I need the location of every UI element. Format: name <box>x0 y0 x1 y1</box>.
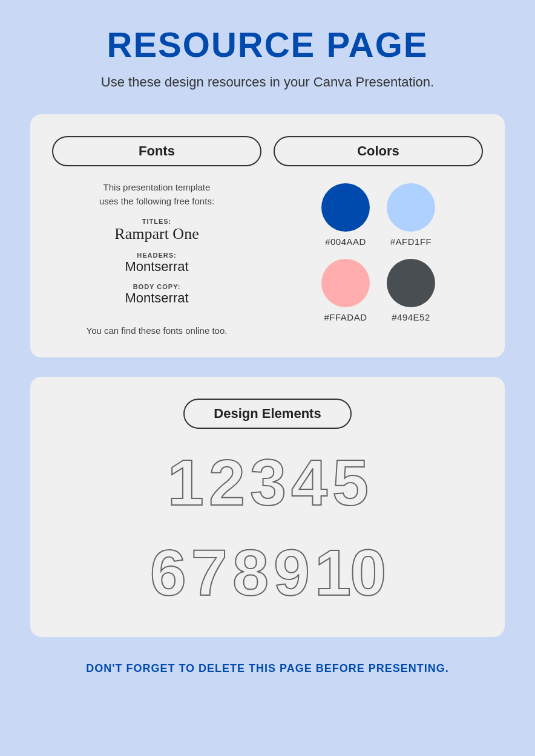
footer-text: DON'T FORGET TO DELETE THIS PAGE BEFORE … <box>86 662 449 675</box>
number-1: 1 <box>168 447 203 519</box>
font-label-headers: HEADERS: <box>125 252 188 259</box>
color-item-3: #494E52 <box>387 259 435 322</box>
colors-grid: #004AAD #AFD1FF #FFADAD #494E52 <box>321 183 435 322</box>
font-name-body: Montserrat <box>125 290 188 306</box>
number-2: 2 <box>209 447 244 519</box>
font-item-titles: TITLES: Rampart One <box>114 218 199 243</box>
page-title: RESOURCE PAGE <box>107 24 428 65</box>
fonts-footer: You can find these fonts online too. <box>87 325 228 336</box>
number-3: 3 <box>250 447 285 519</box>
number-8: 8 <box>232 537 268 609</box>
page-subtitle: Use these design resources in your Canva… <box>101 74 434 90</box>
font-name-titles: Rampart One <box>114 225 199 243</box>
fonts-section: Fonts This presentation template uses th… <box>52 136 261 336</box>
numbers-row-2: 6 7 8 9 10 <box>52 537 483 609</box>
number-9: 9 <box>274 537 309 609</box>
design-elements-label: Design Elements <box>183 399 351 429</box>
color-item-2: #FFADAD <box>321 259 370 322</box>
color-circle-2 <box>321 259 370 307</box>
page-container: RESOURCE PAGE Use these design resources… <box>0 0 535 756</box>
number-5: 5 <box>332 447 367 519</box>
font-label-body: BODY COPY: <box>125 283 188 290</box>
design-elements-card: Design Elements 1 2 3 4 5 6 7 8 9 10 <box>30 377 505 637</box>
font-item-headers: HEADERS: Montserrat <box>125 252 188 275</box>
colors-section: Colors #004AAD #AFD1FF #FFADAD <box>274 136 483 336</box>
fonts-label: Fonts <box>52 136 261 166</box>
number-7: 7 <box>191 537 226 609</box>
number-6: 6 <box>150 537 185 609</box>
color-hex-0: #004AAD <box>325 236 366 247</box>
fonts-description: This presentation template uses the foll… <box>99 181 214 208</box>
color-hex-3: #494E52 <box>392 312 430 322</box>
card-top-row: Fonts This presentation template uses th… <box>52 136 483 336</box>
font-item-body: BODY COPY: Montserrat <box>125 283 188 306</box>
font-name-headers: Montserrat <box>125 259 188 275</box>
number-4: 4 <box>291 447 326 519</box>
color-circle-3 <box>387 259 435 307</box>
resources-card: Fonts This presentation template uses th… <box>30 114 505 357</box>
number-10: 10 <box>315 537 385 609</box>
colors-label: Colors <box>274 136 483 166</box>
color-circle-0 <box>321 183 370 232</box>
color-hex-2: #FFADAD <box>324 312 367 322</box>
numbers-row-1: 1 2 3 4 5 <box>52 447 483 519</box>
color-circle-1 <box>387 183 435 232</box>
color-hex-1: #AFD1FF <box>390 236 432 247</box>
font-label-titles: TITLES: <box>114 218 199 225</box>
color-item-0: #004AAD <box>321 183 370 247</box>
color-item-1: #AFD1FF <box>387 183 435 247</box>
